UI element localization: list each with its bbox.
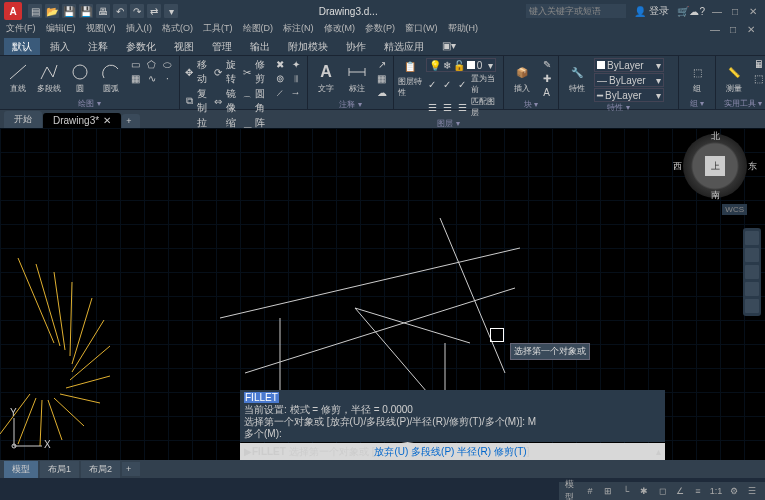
- insert-button[interactable]: 📦插入: [508, 58, 536, 98]
- panel-utils-label[interactable]: 实用工具 ▾: [720, 98, 765, 109]
- status-osnap-icon[interactable]: ◻: [655, 484, 669, 498]
- status-gear-icon[interactable]: ⚙: [727, 484, 741, 498]
- cmd-prompt-opts[interactable]: 放弃(U) 多段线(P) 半径(R) 修剪(T): [374, 445, 526, 459]
- menu-modify[interactable]: 修改(M): [324, 22, 356, 38]
- rect-icon[interactable]: ▭: [128, 58, 143, 71]
- view-cube[interactable]: 上 北 南 西 东: [683, 134, 747, 198]
- ribbon-tab-default[interactable]: 默认: [4, 38, 40, 55]
- copy-icon[interactable]: ⧉: [184, 95, 195, 108]
- panel-block-label[interactable]: 块 ▾: [508, 99, 554, 110]
- qat-share-icon[interactable]: ⇄: [147, 4, 161, 18]
- extend-icon[interactable]: →: [288, 86, 303, 99]
- nav-south[interactable]: 南: [711, 189, 720, 202]
- lineweight-dropdown[interactable]: ━ByLayer▾: [594, 88, 664, 102]
- text-button[interactable]: A文字: [312, 58, 340, 98]
- drawing-canvas[interactable]: 选择第一个对象或 上 北 南 西 东 WCS YX FILLET 当前设置: 模…: [0, 128, 765, 460]
- ribbon-tab-collab[interactable]: 协作: [338, 38, 374, 55]
- ribbon-tab-manage[interactable]: 管理: [204, 38, 240, 55]
- maximize-button[interactable]: □: [727, 4, 743, 18]
- layer-btn1-icon[interactable]: ✓: [426, 78, 439, 91]
- tab-add[interactable]: +: [122, 462, 140, 476]
- status-otrack-icon[interactable]: ∠: [673, 484, 687, 498]
- minimize-button[interactable]: —: [709, 4, 725, 18]
- props-button[interactable]: 🔧特性: [563, 58, 591, 98]
- doc-close-button[interactable]: ✕: [743, 22, 759, 36]
- file-tab-new[interactable]: +: [122, 114, 140, 128]
- menu-dim[interactable]: 标注(N): [283, 22, 314, 38]
- erase-icon[interactable]: ✖: [272, 58, 287, 71]
- status-grid-icon[interactable]: #: [583, 484, 597, 498]
- help-icon[interactable]: ?: [699, 6, 705, 17]
- qat-save-icon[interactable]: 💾: [62, 4, 76, 18]
- menu-window[interactable]: 窗口(W): [405, 22, 438, 38]
- search-input[interactable]: 键入关键字或短语: [526, 4, 626, 18]
- cart-icon[interactable]: 🛒: [677, 6, 689, 17]
- menu-insert[interactable]: 插入(I): [126, 22, 153, 38]
- layer-btn4-icon[interactable]: ☰: [426, 101, 439, 114]
- tab-layout1[interactable]: 布局1: [40, 461, 79, 478]
- measure-button[interactable]: 📏测量: [720, 58, 748, 98]
- layer-btn2-icon[interactable]: ✓: [441, 78, 454, 91]
- poly-icon[interactable]: ⬠: [144, 58, 159, 71]
- calc-icon[interactable]: 🖩: [751, 58, 765, 71]
- trim-icon[interactable]: ✂: [242, 66, 253, 79]
- mirror-icon[interactable]: ⇔: [213, 95, 224, 108]
- battr-icon[interactable]: A: [539, 86, 554, 99]
- status-ortho-icon[interactable]: └: [619, 484, 633, 498]
- group-button[interactable]: ⬚组: [683, 58, 711, 98]
- cloud-icon[interactable]: ☁: [374, 86, 389, 99]
- nav-east[interactable]: 东: [748, 160, 757, 173]
- panel-groups-label[interactable]: 组 ▾: [683, 98, 711, 109]
- qat-redo-icon[interactable]: ↷: [130, 4, 144, 18]
- leader-icon[interactable]: ↗: [374, 58, 389, 71]
- status-snap-icon[interactable]: ⊞: [601, 484, 615, 498]
- doc-maximize-button[interactable]: □: [725, 22, 741, 36]
- menu-view[interactable]: 视图(V): [86, 22, 116, 38]
- linetype-dropdown[interactable]: —ByLayer▾: [594, 73, 664, 87]
- menu-edit[interactable]: 编辑(E): [46, 22, 76, 38]
- ribbon-tab-output[interactable]: 输出: [242, 38, 278, 55]
- ribbon-tab-featured[interactable]: 精选应用: [376, 38, 432, 55]
- close-icon[interactable]: ✕: [103, 115, 111, 126]
- offset-icon[interactable]: ⊚: [272, 72, 287, 85]
- file-tab-start[interactable]: 开始: [4, 111, 42, 128]
- nav-showmotion-icon[interactable]: [745, 299, 759, 313]
- spline-icon[interactable]: ∿: [144, 72, 159, 85]
- qat-plot-icon[interactable]: 🖶: [96, 4, 110, 18]
- view-cube-top[interactable]: 上: [705, 156, 725, 176]
- select-icon[interactable]: ⬚: [751, 72, 765, 85]
- status-lwt-icon[interactable]: ≡: [691, 484, 705, 498]
- status-polar-icon[interactable]: ✱: [637, 484, 651, 498]
- point-icon[interactable]: ·: [160, 72, 175, 85]
- qat-saveas-icon[interactable]: 💾: [79, 4, 93, 18]
- ribbon-minimize-icon[interactable]: ▣▾: [434, 38, 464, 55]
- dimension-button[interactable]: 标注: [343, 58, 371, 98]
- panel-draw-label[interactable]: 绘图 ▾: [4, 98, 175, 109]
- qat-undo-icon[interactable]: ↶: [113, 4, 127, 18]
- rotate-icon[interactable]: ⟳: [213, 66, 224, 79]
- qat-dropdown-icon[interactable]: ▾: [164, 4, 178, 18]
- app-icon[interactable]: A: [4, 2, 22, 20]
- ribbon-tab-view[interactable]: 视图: [166, 38, 202, 55]
- menu-tools[interactable]: 工具(T): [203, 22, 233, 38]
- qat-new-icon[interactable]: ▤: [28, 4, 42, 18]
- layer-btn5-icon[interactable]: ☰: [441, 101, 454, 114]
- join-icon[interactable]: ⫴: [288, 72, 303, 85]
- nav-zoom-icon[interactable]: [745, 265, 759, 279]
- user-login[interactable]: 👤 登录: [634, 4, 669, 18]
- wcs-label[interactable]: WCS: [722, 204, 747, 215]
- status-scale[interactable]: 1:1: [709, 484, 723, 498]
- file-tab-drawing3[interactable]: Drawing3*✕: [43, 113, 121, 128]
- ellipse-icon[interactable]: ⬭: [160, 58, 175, 71]
- qat-open-icon[interactable]: 📂: [45, 4, 59, 18]
- panel-props-label[interactable]: 特性 ▾: [563, 102, 674, 113]
- polyline-button[interactable]: 多段线: [35, 58, 63, 98]
- ribbon-tab-param[interactable]: 参数化: [118, 38, 164, 55]
- menu-draw[interactable]: 绘图(D): [243, 22, 274, 38]
- doc-minimize-button[interactable]: —: [707, 22, 723, 36]
- table-icon[interactable]: ▦: [374, 72, 389, 85]
- layer-props-button[interactable]: 📋图层特性: [398, 58, 423, 98]
- layer-dropdown[interactable]: 💡❄🔓0▾: [426, 58, 496, 72]
- color-dropdown[interactable]: ByLayer▾: [594, 58, 664, 72]
- status-menu-icon[interactable]: ☰: [745, 484, 759, 498]
